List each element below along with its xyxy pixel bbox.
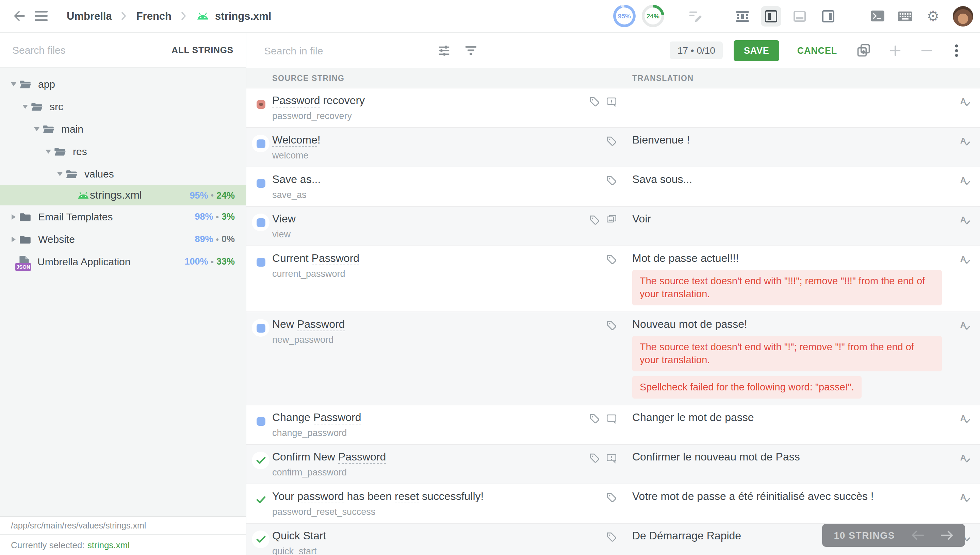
tree-folder-email-templates[interactable]: Email Templates 98% • 3% xyxy=(0,205,246,228)
compose-draft-icon[interactable] xyxy=(684,6,705,26)
side-panel-view-icon[interactable] xyxy=(818,6,839,26)
tag-icon xyxy=(589,214,600,239)
settings-gear-icon[interactable]: ⚙ xyxy=(923,6,943,26)
string-row[interactable]: Change Password change_password Changer … xyxy=(246,405,980,445)
source-string: Change Password xyxy=(272,411,577,424)
top-bottom-view-icon[interactable] xyxy=(789,6,810,26)
previous-page-icon[interactable] xyxy=(911,531,924,540)
tree-file-strings-xml-selected[interactable]: strings.xml 95% • 24% xyxy=(0,185,246,205)
source-string-header: SOURCE STRING xyxy=(272,74,583,82)
strings-list-view-icon[interactable] xyxy=(732,6,753,26)
copy-source-icon[interactable] xyxy=(855,42,872,59)
currently-selected-file-link[interactable]: strings.xml xyxy=(87,540,130,550)
back-icon[interactable] xyxy=(8,5,30,27)
translation-cell[interactable]: Changer le mot de passe xyxy=(632,411,949,438)
string-row[interactable]: Save as... save_as Sava sous... A xyxy=(246,167,980,207)
cancel-button[interactable]: CANCEL xyxy=(796,43,839,58)
proofread-icon[interactable]: A xyxy=(958,491,971,517)
proofread-icon[interactable]: A xyxy=(958,174,971,200)
proofread-icon[interactable]: A xyxy=(958,135,971,160)
tree-folder-main[interactable]: main xyxy=(0,118,246,140)
zoom-out-icon[interactable] xyxy=(917,42,935,59)
proofread-icon[interactable]: A xyxy=(958,319,971,399)
translation-cell[interactable]: Confirmer le nouveau mot de Pass xyxy=(632,450,949,478)
tree-folder-label: Website xyxy=(38,233,75,245)
user-avatar[interactable] xyxy=(953,6,973,26)
translated-progress-ring[interactable]: 95% xyxy=(613,5,636,27)
issue-icon xyxy=(606,96,617,121)
proofread-icon[interactable]: A xyxy=(958,412,971,438)
translation-text: Bienvenue ! xyxy=(632,133,942,147)
string-row[interactable]: Your password has been reset successfull… xyxy=(246,484,980,524)
source-string: Your password has been reset successfull… xyxy=(272,490,577,503)
string-row[interactable]: View view Voir A xyxy=(246,207,980,246)
side-by-side-view-icon[interactable] xyxy=(761,6,781,26)
tree-folder-website[interactable]: Website 89% • 0% xyxy=(0,228,246,250)
tree-folder-values[interactable]: values xyxy=(0,162,246,185)
filter-settings-icon[interactable] xyxy=(435,42,453,59)
caret-right-icon[interactable] xyxy=(8,214,19,219)
translation-text: Nouveau mot de passe! xyxy=(632,318,942,331)
caret-down-icon[interactable] xyxy=(31,127,42,131)
caret-right-icon[interactable] xyxy=(8,236,19,242)
translation-cell[interactable]: Voir xyxy=(632,212,949,239)
tree-folder-res[interactable]: res xyxy=(0,140,246,162)
filter-strings-icon[interactable] xyxy=(462,42,480,59)
save-button[interactable]: SAVE xyxy=(734,40,779,61)
translation-cell[interactable]: Votre mot de passe a été réinitialisé av… xyxy=(632,490,949,517)
qa-error: The source text doesn't end with "!!!"; … xyxy=(632,270,942,305)
caret-down-icon[interactable] xyxy=(43,149,54,153)
string-key: new_password xyxy=(272,335,577,345)
string-rows: Password recovery password_recovery A xyxy=(246,88,980,555)
file-stats: 98% • 3% xyxy=(195,212,235,222)
breadcrumb-language[interactable]: French xyxy=(137,10,172,22)
string-key: welcome xyxy=(272,150,577,160)
translation-cell[interactable]: Nouveau mot de passe! The source text do… xyxy=(632,318,949,399)
string-row[interactable]: Current Password current_password Mot de… xyxy=(246,246,980,312)
proofread-icon[interactable]: A xyxy=(958,213,971,239)
source-string: Password recovery xyxy=(272,94,577,107)
zoom-in-icon[interactable] xyxy=(886,42,904,59)
translated-progress-value: 95% xyxy=(616,8,633,24)
proofread-icon[interactable]: A xyxy=(958,452,971,478)
next-page-icon[interactable] xyxy=(940,531,953,540)
tree-folder-app[interactable]: app xyxy=(0,73,246,95)
status-approved-icon xyxy=(252,452,270,469)
approved-pct: 24% xyxy=(217,190,235,200)
approved-progress-ring[interactable]: 24% xyxy=(642,5,664,27)
string-row[interactable]: Password recovery password_recovery A xyxy=(246,88,980,128)
tree-file-umbrella-application[interactable]: JSON Umbrella Application 100% • 33% xyxy=(0,250,246,273)
caret-down-icon[interactable] xyxy=(20,104,31,109)
tag-icon xyxy=(589,96,600,121)
tag-icon xyxy=(589,452,600,478)
menu-icon[interactable] xyxy=(30,5,52,27)
keyboard-shortcuts-icon[interactable] xyxy=(895,6,915,26)
more-options-kebab-icon[interactable] xyxy=(947,42,965,59)
proofread-icon[interactable]: A xyxy=(958,253,971,305)
caret-down-icon[interactable] xyxy=(55,172,65,176)
caret-down-icon[interactable] xyxy=(8,82,19,86)
string-row[interactable]: New Password new_password Nouveau mot de… xyxy=(246,312,980,405)
status-translated-icon xyxy=(252,213,270,231)
translation-cell[interactable] xyxy=(632,94,949,121)
topbar-actions: 95% 24% xyxy=(613,5,973,27)
comment-icon xyxy=(606,413,617,438)
console-icon[interactable] xyxy=(867,6,887,26)
breadcrumb-project[interactable]: Umbrella xyxy=(67,10,112,22)
translation-cell[interactable]: Sava sous... xyxy=(632,173,949,200)
breadcrumb-file[interactable]: strings.xml xyxy=(196,10,271,22)
string-row[interactable]: Confirm New Password confirm_password Co… xyxy=(246,445,980,484)
translation-cell[interactable]: Mot de passe actuel!!! The source text d… xyxy=(632,252,949,305)
search-in-file-input[interactable] xyxy=(263,44,425,57)
all-strings-button[interactable]: ALL STRINGS xyxy=(170,42,235,58)
translation-cell[interactable]: Bienvenue ! xyxy=(632,133,949,160)
tree-folder-label: app xyxy=(38,78,55,90)
string-row[interactable]: Welcome! welcome Bienvenue ! A xyxy=(246,128,980,167)
strings-toolbar: 17 • 0/10 SAVE CANCEL xyxy=(246,33,980,68)
tree-folder-label: Email Templates xyxy=(38,211,113,222)
search-files-input[interactable] xyxy=(11,43,170,56)
proofread-icon[interactable]: A xyxy=(958,95,971,121)
tag-icon xyxy=(606,175,617,200)
tree-folder-src[interactable]: src xyxy=(0,95,246,118)
translated-pct: 100% xyxy=(185,257,208,266)
